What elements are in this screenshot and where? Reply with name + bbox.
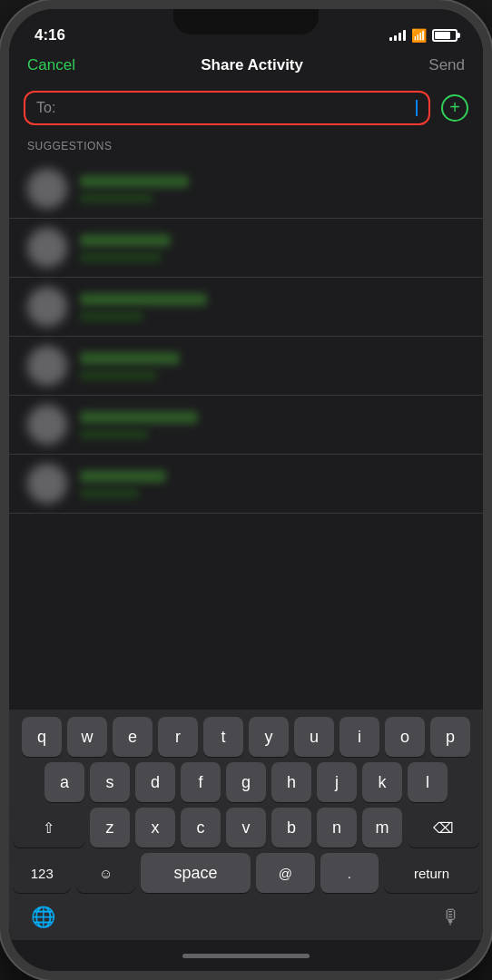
key-g[interactable]: g [226, 762, 266, 802]
key-s[interactable]: s [90, 762, 130, 802]
home-indicator [9, 940, 483, 971]
suggestions-list [9, 160, 483, 710]
list-item[interactable] [9, 455, 483, 514]
suggestion-info [80, 352, 465, 380]
key-l[interactable]: l [408, 762, 448, 802]
key-j[interactable]: j [317, 762, 357, 802]
suggestion-info [80, 293, 465, 321]
key-a[interactable]: a [44, 762, 84, 802]
key-h[interactable]: h [271, 762, 311, 802]
avatar [27, 346, 67, 386]
signal-icon [389, 30, 406, 41]
period-key[interactable]: . [320, 853, 379, 893]
status-icons: 📶 [389, 28, 458, 43]
return-key[interactable]: return [384, 853, 479, 893]
key-d[interactable]: d [135, 762, 175, 802]
cancel-button[interactable]: Cancel [27, 56, 75, 74]
key-r[interactable]: r [158, 717, 198, 757]
suggestion-detail [80, 193, 153, 203]
suggestion-info [80, 470, 465, 498]
key-c[interactable]: c [181, 808, 221, 848]
list-item[interactable] [9, 278, 483, 337]
key-n[interactable]: n [317, 808, 357, 848]
avatar [27, 405, 67, 445]
suggestion-name [80, 352, 180, 365]
key-p[interactable]: p [430, 717, 470, 757]
avatar [27, 169, 67, 209]
key-t[interactable]: t [203, 717, 243, 757]
avatar [27, 464, 67, 504]
key-z[interactable]: z [90, 808, 130, 848]
key-m[interactable]: m [362, 808, 402, 848]
keyboard-row-3: ⇧ z x c v b n m ⌫ [13, 808, 479, 848]
list-item[interactable] [9, 160, 483, 219]
key-y[interactable]: y [249, 717, 289, 757]
keyboard-bottom: 🌐 🎙 [13, 898, 479, 936]
avatar [27, 228, 67, 268]
suggestion-detail [80, 429, 148, 439]
text-cursor [416, 100, 418, 116]
key-o[interactable]: o [385, 717, 425, 757]
suggestion-detail [80, 370, 157, 380]
key-v[interactable]: v [226, 808, 266, 848]
send-button[interactable]: Send [428, 56, 465, 74]
suggestion-detail [80, 488, 139, 498]
key-x[interactable]: x [135, 808, 175, 848]
key-k[interactable]: k [362, 762, 402, 802]
suggestion-info [80, 411, 465, 439]
avatar [27, 287, 67, 327]
wifi-icon: 📶 [411, 28, 427, 43]
home-bar [182, 954, 310, 958]
suggestion-detail [80, 252, 162, 262]
keyboard-row-4: 123 ☺ space @ . return [13, 853, 479, 893]
key-e[interactable]: e [113, 717, 153, 757]
list-item[interactable] [9, 337, 483, 396]
key-b[interactable]: b [271, 808, 311, 848]
add-recipient-button[interactable]: + [441, 94, 468, 122]
key-q[interactable]: q [22, 717, 62, 757]
status-time: 4:16 [34, 26, 65, 44]
keyboard: q w e r t y u i o p a s d f g h j k [9, 710, 483, 940]
suggestion-name [80, 411, 198, 424]
suggestion-name [80, 470, 166, 483]
keyboard-row-1: q w e r t y u i o p [13, 717, 479, 757]
list-item[interactable] [9, 396, 483, 455]
suggestions-label: SUGGESTIONS [9, 132, 483, 160]
page-title: Share Activity [201, 56, 303, 74]
to-field-wrapper[interactable]: To: [24, 91, 430, 125]
suggestion-info [80, 175, 465, 203]
navigation-bar: Cancel Share Activity Send [9, 49, 483, 83]
battery-icon [432, 29, 458, 42]
suggestion-name [80, 175, 189, 188]
suggestion-name [80, 234, 171, 247]
key-u[interactable]: u [294, 717, 334, 757]
to-input[interactable] [59, 100, 415, 116]
to-field-container: To: + [9, 83, 483, 132]
plus-icon: + [449, 98, 460, 116]
suggestion-detail [80, 311, 143, 321]
globe-icon[interactable]: 🌐 [31, 906, 55, 929]
at-key[interactable]: @ [256, 853, 314, 893]
key-f[interactable]: f [181, 762, 221, 802]
suggestion-name [80, 293, 207, 306]
to-label: To: [36, 100, 55, 116]
shift-key[interactable]: ⇧ [13, 808, 84, 848]
delete-key[interactable]: ⌫ [408, 808, 479, 848]
list-item[interactable] [9, 219, 483, 278]
space-key[interactable]: space [141, 853, 251, 893]
numbers-key[interactable]: 123 [13, 853, 71, 893]
emoji-key[interactable]: ☺ [76, 853, 134, 893]
microphone-icon[interactable]: 🎙 [441, 906, 461, 929]
keyboard-row-2: a s d f g h j k l [13, 762, 479, 802]
suggestion-info [80, 234, 465, 262]
key-i[interactable]: i [339, 717, 379, 757]
key-w[interactable]: w [67, 717, 107, 757]
status-bar: 4:16 📶 [9, 9, 483, 49]
